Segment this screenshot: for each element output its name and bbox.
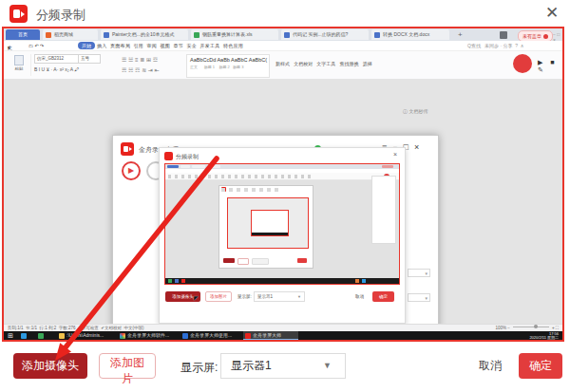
status-info: 页码:1/1 节:1/1 行:1 列:2 字数:276 ✔拼写检查 ✔文档校对 … bbox=[8, 326, 144, 330]
mouse-cursor-icon: ◤ bbox=[194, 294, 199, 301]
wps-document-area: ⓘ 文档秒传 金舟录屏大师 ♥ Lyan ≡−□× ▶ ▾ ▾ 分频录制 × bbox=[4, 80, 562, 324]
menu-tab-home: 开始 bbox=[78, 42, 95, 49]
new-tab-icon: + bbox=[458, 30, 463, 39]
mini-tray-icon bbox=[175, 279, 179, 283]
wps-tab-bar: 首页 稻壳商城 Painter文档...的全10单元格式 钢筋重量换算计算表.x… bbox=[4, 28, 562, 41]
taskbar-clock: 17:562020/2/11 星期二 bbox=[529, 331, 559, 341]
style-gallery: AaBbCcDd AaBb AaBbC AaBbC( 正文 标题 1 标题 2 … bbox=[186, 54, 270, 78]
taskbar-item: 金舟录屏大师软件... bbox=[118, 331, 179, 340]
paragraph-buttons-2: ☴ ☵ ☶ ≋ ⇥ ⇤ bbox=[122, 66, 160, 73]
menu-tabs: 插入 页面布局 引用 审阅 视图 章节 安全 开发工具 特色应用 bbox=[97, 43, 243, 48]
style-names: 正文 标题 1 标题 2 标题 3 bbox=[190, 65, 269, 69]
sheet-icon bbox=[194, 32, 200, 38]
nested-cancel-button: 取消 bbox=[355, 294, 364, 299]
wps-tab-home: 首页 bbox=[6, 29, 40, 40]
style-samples: AaBbCcDd AaBb AaBbC AaBbC( bbox=[190, 57, 269, 63]
mini-taskbar bbox=[252, 233, 288, 235]
recorder-logo-icon bbox=[10, 5, 28, 23]
mini-os-taskbar bbox=[165, 278, 399, 284]
mini-tab bbox=[207, 165, 220, 168]
split-record-dialog: 分频录制 ✕ 首页 稻壳商城 Painter文档...的全10单元格式 钢筋重量… bbox=[0, 0, 570, 392]
mini-tab bbox=[167, 165, 179, 168]
docer-icon bbox=[46, 32, 51, 38]
doc-upload-hint: ⓘ 文档秒传 bbox=[403, 108, 428, 114]
mini-button-row bbox=[223, 258, 309, 264]
add-image-button[interactable]: 添加图片 bbox=[99, 353, 156, 379]
recorder-window: 金舟录屏大师 ♥ Lyan ≡−□× ▶ ▾ ▾ 分频录制 × bbox=[112, 135, 439, 342]
mini-tray-icon bbox=[362, 279, 366, 283]
zoom-controls: 100% −+ ⛶ bbox=[496, 326, 559, 330]
nested-display-label: 显示屏: bbox=[238, 294, 252, 299]
mini-tray-icon bbox=[168, 279, 172, 283]
display-select[interactable]: 显示器1 ▼ bbox=[220, 353, 346, 379]
dialog-header: 分频录制 ✕ bbox=[0, 0, 570, 27]
taskbar-item: :\Users\Adminis... bbox=[57, 331, 116, 340]
font-size-select: 五号 bbox=[78, 54, 101, 64]
display-select-value: 显示器1 bbox=[231, 359, 272, 372]
apps-icon bbox=[500, 31, 507, 39]
side-dropdown: ▾ bbox=[408, 269, 430, 277]
mini-red-button bbox=[223, 258, 235, 263]
wps-tab: Painter文档...的全10单元格式 bbox=[101, 29, 188, 40]
add-camera-button[interactable]: 添加摄像头 bbox=[13, 353, 87, 379]
wps-status-bar: 页码:1/1 节:1/1 行:1 列:2 字数:276 ✔拼写检查 ✔文档校对 … bbox=[4, 324, 562, 331]
user-avatar bbox=[513, 54, 532, 73]
mini-ok-button bbox=[297, 258, 307, 263]
paste-button: 粘贴 bbox=[8, 54, 31, 76]
stamp-badge: 未有盖章 bbox=[518, 30, 553, 42]
dropdown-arrow-icon: ▼ bbox=[323, 354, 332, 378]
writer-icon bbox=[374, 32, 380, 38]
paste-icon bbox=[14, 55, 24, 65]
mini-badge bbox=[382, 165, 393, 168]
doc-icon bbox=[182, 333, 188, 339]
wps-tab: 代码记 实例...止咳的药信? bbox=[281, 29, 369, 40]
mini-select bbox=[252, 258, 269, 265]
mini-outline-button bbox=[238, 258, 249, 265]
task-view-icon bbox=[21, 333, 27, 339]
mini-tab bbox=[192, 165, 205, 168]
writer-icon bbox=[284, 32, 290, 38]
dialog-action-bar: 添加摄像头 添加图片 显示屏: 显示器1 ▼ 取消 确定 bbox=[0, 342, 570, 392]
wps-menu-bar: ≡ 文件 ▾ 🗀 ↶ ↷ 开始 插入 页面布局 引用 审阅 视图 章节 安全 开… bbox=[4, 41, 562, 51]
recorder-logo-icon bbox=[164, 152, 173, 160]
mini-side-panel bbox=[371, 176, 396, 244]
mini-title-lines bbox=[221, 188, 278, 192]
dialog-title: 分频录制 bbox=[36, 7, 86, 24]
pinned-app-icon bbox=[38, 333, 44, 339]
nested-confirm-button: 确定 bbox=[372, 291, 394, 302]
mini-preview-box bbox=[227, 197, 309, 249]
start-icon: ⊞ bbox=[8, 332, 13, 340]
font-format-buttons: B I U ⊻ · A· x² x₂ A 🖍 bbox=[34, 66, 79, 72]
color-wheel-icon bbox=[120, 333, 125, 339]
mini-tray-icon bbox=[181, 279, 185, 283]
mini-tab bbox=[180, 165, 190, 168]
screen-preview: 首页 稻壳商城 Painter文档...的全10单元格式 钢筋重量换算计算表.x… bbox=[2, 27, 564, 342]
recorder-logo-icon bbox=[121, 142, 134, 156]
tray-icons bbox=[414, 333, 485, 343]
nested-bottom-bar: 添加摄像头 添加图片 显示屏: 显示器1▼ 取消 确定 ◤ bbox=[160, 289, 405, 308]
menu-right-tools: Q查找 未同步 · 分享 ? ∧ bbox=[467, 43, 524, 48]
taskbar-item-active: 金舟录屏大师 bbox=[243, 331, 298, 340]
mini-preview-box-2 bbox=[251, 210, 289, 236]
toolbar-tools: 新样式 文档校对 文字工具 查找替换 选择 bbox=[276, 61, 372, 66]
wps-toolbar: 粘贴 仿宋_GB2312 五号 B I U ⊻ · A· x² x₂ A 🖍 ☰… bbox=[4, 51, 562, 80]
nested-split-record-dialog: 分频录制 × bbox=[159, 147, 406, 324]
cancel-button[interactable]: 取消 bbox=[471, 353, 509, 379]
nested-dialog-title: 分频录制 bbox=[176, 153, 199, 161]
taskbar-item: 金舟录屏大师使用... bbox=[180, 331, 241, 340]
folder-icon bbox=[59, 333, 65, 339]
side-dropdown: ▾ bbox=[408, 293, 430, 302]
nested-screen-preview bbox=[164, 163, 400, 285]
wps-tab: 钢筋重量换算计算表.xls bbox=[191, 29, 278, 40]
zoom-slider bbox=[513, 327, 549, 327]
close-icon[interactable]: ✕ bbox=[540, 2, 564, 25]
media-control-icons: ▶ ■ ✎ bbox=[538, 59, 562, 74]
writer-icon bbox=[104, 32, 109, 38]
nested-display-select: 显示器1▼ bbox=[254, 291, 305, 302]
wps-tab: 转换 DOCX 文档.docx bbox=[371, 29, 449, 40]
confirm-button[interactable]: 确定 bbox=[519, 353, 562, 379]
play-button: ▶ bbox=[122, 161, 141, 180]
avatar bbox=[543, 34, 548, 39]
os-taskbar: ⊞ :\Users\Adminis... 金舟录屏大师软件... 金舟录屏大师使… bbox=[4, 331, 562, 340]
paragraph-buttons: ☰ ☱ ≡ ≣ ⊞ ☲ bbox=[122, 56, 158, 63]
